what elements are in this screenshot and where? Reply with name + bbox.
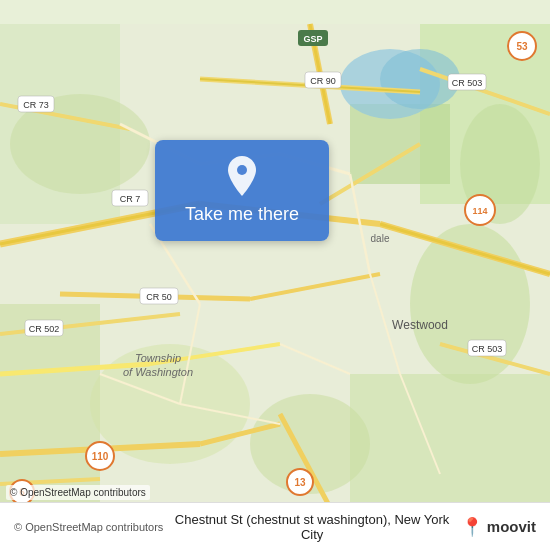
bottom-bar: © OpenStreetMap contributors Chestnut St… bbox=[0, 502, 550, 550]
moovit-logo: 📍 moovit bbox=[461, 516, 536, 538]
take-me-there-button[interactable]: Take me there bbox=[155, 140, 329, 241]
svg-text:110: 110 bbox=[92, 451, 109, 462]
map-background: GSP CR 90 CR 503 53 CR 73 CR 7 CR 502 CR… bbox=[0, 0, 550, 550]
take-me-there-container: Take me there bbox=[155, 140, 329, 241]
take-me-there-label: Take me there bbox=[185, 204, 299, 225]
moovit-brand-text: moovit bbox=[487, 518, 536, 535]
svg-text:CR 50: CR 50 bbox=[146, 292, 172, 302]
copyright-label: © OpenStreetMap contributors bbox=[14, 521, 163, 533]
svg-text:Westwood: Westwood bbox=[392, 318, 448, 332]
copyright-text: © OpenStreetMap contributors bbox=[10, 487, 146, 498]
svg-text:13: 13 bbox=[294, 477, 306, 488]
location-label: Chestnut St (chestnut st washington), Ne… bbox=[175, 512, 450, 542]
moovit-pin-icon: 📍 bbox=[461, 516, 483, 538]
svg-text:CR 503: CR 503 bbox=[452, 78, 483, 88]
svg-text:of Washington: of Washington bbox=[123, 366, 193, 378]
bottom-copyright: © OpenStreetMap contributors bbox=[14, 521, 163, 533]
svg-point-76 bbox=[237, 165, 247, 175]
svg-text:CR 503: CR 503 bbox=[472, 344, 503, 354]
svg-text:CR 7: CR 7 bbox=[120, 194, 141, 204]
bottom-location-text: Chestnut St (chestnut st washington), Ne… bbox=[163, 512, 460, 542]
map-container: GSP CR 90 CR 503 53 CR 73 CR 7 CR 502 CR… bbox=[0, 0, 550, 550]
svg-text:GSP: GSP bbox=[303, 34, 322, 44]
svg-text:CR 90: CR 90 bbox=[310, 76, 336, 86]
svg-text:dale: dale bbox=[371, 233, 390, 244]
svg-text:53: 53 bbox=[516, 41, 528, 52]
osm-attribution: © OpenStreetMap contributors bbox=[6, 485, 150, 500]
svg-text:Township: Township bbox=[135, 352, 181, 364]
location-pin-icon bbox=[224, 154, 260, 198]
svg-text:CR 73: CR 73 bbox=[23, 100, 49, 110]
svg-text:CR 502: CR 502 bbox=[29, 324, 60, 334]
svg-text:114: 114 bbox=[472, 206, 487, 216]
